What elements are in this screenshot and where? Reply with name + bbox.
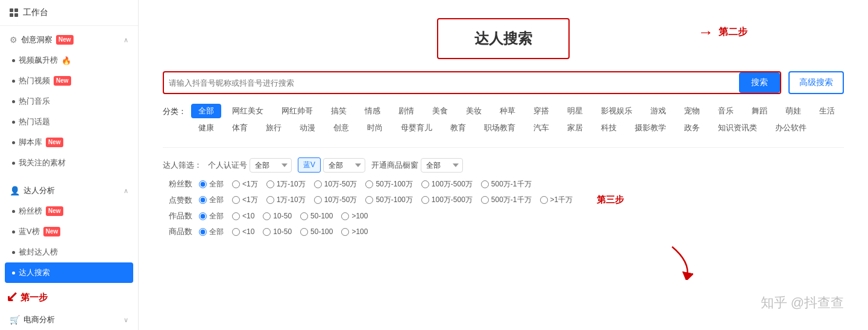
cat-tag-car[interactable]: 汽车	[526, 121, 556, 135]
likes-radio-100-500w[interactable]: 100万-500万	[421, 195, 473, 205]
works-radio-10-50[interactable]: 10-50	[263, 212, 292, 220]
fans-radio-group: 全部 <1万 1万-10万 10万-50万 50万-100万 100万-500万…	[199, 179, 532, 189]
chevron-icon: ∧	[124, 36, 128, 44]
cat-tag-all[interactable]: 全部	[191, 104, 221, 118]
likes-radio-50-100w[interactable]: 50万-100万	[365, 195, 412, 205]
badge-new-creative: New	[56, 35, 74, 45]
fans-radio-10-50w[interactable]: 10万-50万	[314, 179, 357, 189]
sidebar-item-video-hot[interactable]: 视频飙升榜 🔥	[0, 50, 138, 71]
sidebar-item-fan-rank[interactable]: 粉丝榜 New	[0, 201, 138, 221]
cat-tag-fashion[interactable]: 穿搭	[526, 104, 556, 118]
arrow-right-icon: →	[698, 23, 714, 42]
main-content: 达人搜索 → 第二步 搜索 高级搜索 分类： 全部 网红美女 网红帅哥	[139, 0, 868, 330]
person-icon: 👤	[10, 186, 20, 195]
arrow-down-icon: ↗	[6, 289, 18, 306]
advanced-search-button[interactable]: 高级搜索	[788, 71, 844, 94]
blue-v-label: 蓝V	[298, 157, 321, 173]
cat-tag-net-handsome[interactable]: 网红帅哥	[274, 104, 320, 118]
cat-tag-cute-baby[interactable]: 萌娃	[778, 104, 808, 118]
chevron-icon: ∧	[124, 187, 128, 195]
sidebar: 工作台 ⚙ 创意洞察 New ∧ 视频飙升榜 🔥 热门视频 New 热门音乐 热…	[0, 0, 139, 330]
cat-tag-dance[interactable]: 舞蹈	[744, 104, 775, 118]
bullet-icon	[12, 230, 15, 233]
search-button[interactable]: 搜索	[739, 72, 780, 93]
sidebar-item-ecom-analysis-label: 电商分析	[24, 314, 55, 325]
cat-tag-education[interactable]: 教育	[443, 121, 473, 135]
products-radio-all[interactable]: 全部	[199, 227, 224, 237]
cat-tag-photo[interactable]: 摄影教学	[627, 121, 673, 135]
works-radio-50-100[interactable]: 50-100	[300, 212, 333, 220]
likes-radio-all[interactable]: 全部	[199, 195, 224, 205]
cat-tag-parenting[interactable]: 母婴育儿	[394, 121, 439, 135]
fans-radio-1-10w[interactable]: 1万-10万	[266, 179, 306, 189]
products-radio-10[interactable]: <10	[232, 227, 254, 236]
sidebar-item-influencer-analysis[interactable]: 👤 达人分析 ∧	[0, 180, 138, 201]
likes-radio-500w-1kw[interactable]: 500万-1千万	[481, 195, 532, 205]
fans-radio-100-500w[interactable]: 100万-500万	[421, 179, 473, 189]
fans-radio-all[interactable]: 全部	[199, 179, 224, 189]
sidebar-item-banned-rank[interactable]: 被封达人榜	[0, 242, 138, 262]
fans-radio-500w-1kw[interactable]: 500万-1千万	[481, 179, 532, 189]
cat-tag-anime[interactable]: 动漫	[292, 121, 322, 135]
likes-radio-1w[interactable]: <1万	[232, 195, 258, 205]
cat-tag-net-beauty[interactable]: 网红美女	[225, 104, 271, 118]
sidebar-item-ecom-analysis[interactable]: 🛒 电商分析 ∨	[0, 309, 138, 330]
search-input[interactable]	[164, 75, 739, 91]
cat-tag-pet[interactable]: 宠物	[677, 104, 707, 118]
works-radio-10[interactable]: <10	[232, 212, 254, 220]
sidebar-item-blue-v-rank-label: 蓝V榜	[19, 226, 40, 237]
likes-radio-gt-1kw[interactable]: >1千万	[540, 195, 573, 205]
cat-tag-emotion[interactable]: 情感	[357, 104, 388, 118]
sidebar-item-script-lib-label: 脚本库	[19, 137, 42, 148]
sidebar-item-creative-insight[interactable]: ⚙ 创意洞察 New ∧	[0, 30, 138, 50]
fans-radio-1w[interactable]: <1万	[232, 179, 258, 189]
cat-tag-workplace[interactable]: 职场教育	[477, 121, 523, 135]
products-radio-10-50[interactable]: 10-50	[263, 227, 292, 236]
bullet-icon	[12, 100, 15, 103]
badge-new-script: New	[46, 138, 63, 147]
search-input-wrapper: 搜索	[163, 71, 781, 94]
cat-tag-gov[interactable]: 政务	[677, 121, 707, 135]
sidebar-item-hot-video[interactable]: 热门视频 New	[0, 71, 138, 91]
cat-tag-sports[interactable]: 体育	[225, 121, 255, 135]
cat-tag-funny[interactable]: 搞笑	[324, 104, 354, 118]
cat-tag-trend[interactable]: 时尚	[360, 121, 390, 135]
step3-arrow-svg	[669, 244, 693, 280]
cat-tag-music[interactable]: 音乐	[711, 104, 741, 118]
cert-select[interactable]: 全部	[250, 158, 292, 173]
products-radio-50-100[interactable]: 50-100	[300, 227, 333, 236]
cat-tag-grass[interactable]: 种草	[492, 104, 523, 118]
products-radio-100[interactable]: >100	[341, 227, 368, 236]
cat-tag-beauty[interactable]: 美妆	[459, 104, 489, 118]
cat-tag-star[interactable]: 明星	[560, 104, 590, 118]
shop-select[interactable]: 全部	[421, 158, 463, 173]
cat-tag-entertainment[interactable]: 影视娱乐	[594, 104, 640, 118]
category-row: 分类： 全部 网红美女 网红帅哥 搞笑 情感 剧情 美食 美妆 种草 穿搭 明星…	[163, 104, 844, 135]
works-radio-all[interactable]: 全部	[199, 211, 224, 221]
cat-tag-creative[interactable]: 创意	[326, 121, 356, 135]
sidebar-item-blue-v-rank[interactable]: 蓝V榜 New	[0, 221, 138, 242]
badge-new-fan: New	[46, 206, 63, 216]
bluev-select[interactable]: 全部	[323, 158, 365, 173]
cat-tag-knowledge[interactable]: 知识资讯类	[711, 121, 764, 135]
sidebar-item-hot-topic[interactable]: 热门话题	[0, 112, 138, 132]
cat-tag-travel[interactable]: 旅行	[259, 121, 289, 135]
cat-tag-drama[interactable]: 剧情	[391, 104, 421, 118]
fans-radio-50-100w[interactable]: 50万-100万	[365, 179, 412, 189]
cat-tag-home[interactable]: 家居	[560, 121, 590, 135]
bullet-icon	[12, 210, 15, 213]
sidebar-item-hot-music[interactable]: 热门音乐	[0, 91, 138, 112]
cat-tag-health[interactable]: 健康	[191, 121, 221, 135]
works-radio-100[interactable]: >100	[341, 212, 368, 220]
cat-tag-tech[interactable]: 科技	[594, 121, 624, 135]
likes-radio-10-50w[interactable]: 10万-50万	[314, 195, 357, 205]
sidebar-item-influencer-search[interactable]: 达人搜索	[5, 262, 133, 283]
sidebar-item-my-material[interactable]: 我关注的素材	[0, 153, 138, 173]
cat-tag-office[interactable]: 办公软件	[768, 121, 814, 135]
cat-tag-food[interactable]: 美食	[425, 104, 455, 118]
cat-tag-life[interactable]: 生活	[812, 104, 842, 118]
likes-radio-1-10w[interactable]: 1万-10万	[266, 195, 306, 205]
sidebar-item-script-lib[interactable]: 脚本库 New	[0, 132, 138, 153]
sidebar-item-hot-topic-label: 热门话题	[19, 116, 50, 127]
cat-tag-game[interactable]: 游戏	[643, 104, 673, 118]
